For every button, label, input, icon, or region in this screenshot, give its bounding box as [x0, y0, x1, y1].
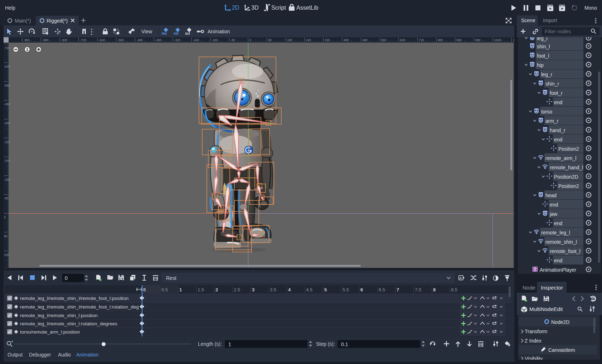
svg-text:-400: -400: [155, 38, 161, 42]
svg-text:-80: -80: [230, 38, 235, 42]
svg-text:-240: -240: [193, 38, 199, 42]
svg-text:-80: -80: [4, 196, 9, 200]
svg-text:-560: -560: [118, 38, 124, 42]
svg-text:0: 0: [249, 38, 251, 42]
svg-text:-480: -480: [136, 38, 142, 42]
svg-text:-640: -640: [99, 38, 105, 42]
svg-text:80: 80: [4, 234, 8, 238]
svg-text:rot: rot: [174, 31, 179, 35]
svg-text:720: 720: [419, 38, 424, 42]
svg-text:A: A: [460, 276, 462, 280]
svg-text:-880: -880: [42, 38, 48, 42]
svg-text:880: 880: [457, 38, 462, 42]
svg-text:1040: 1040: [494, 38, 501, 42]
svg-text:480: 480: [363, 38, 368, 42]
svg-text:scl: scl: [185, 31, 190, 35]
svg-text:960: 960: [475, 38, 480, 42]
svg-text:800: 800: [438, 38, 443, 42]
svg-text:320: 320: [325, 38, 330, 42]
svg-text:240: 240: [306, 38, 311, 42]
svg-text:400: 400: [344, 38, 349, 42]
svg-text:loc: loc: [162, 31, 167, 35]
svg-text:1120: 1120: [513, 38, 514, 42]
svg-text:640: 640: [400, 38, 405, 42]
svg-text:0: 0: [4, 215, 6, 219]
svg-text:-800: -800: [61, 38, 67, 42]
svg-text:-960: -960: [24, 38, 30, 42]
svg-text:-320: -320: [174, 38, 180, 42]
svg-text:-720: -720: [80, 38, 86, 42]
svg-text:160: 160: [287, 38, 292, 42]
svg-text:80: 80: [268, 38, 272, 42]
svg-text:560: 560: [381, 38, 386, 42]
svg-text:1: 1: [26, 47, 28, 52]
svg-text:-160: -160: [212, 38, 218, 42]
